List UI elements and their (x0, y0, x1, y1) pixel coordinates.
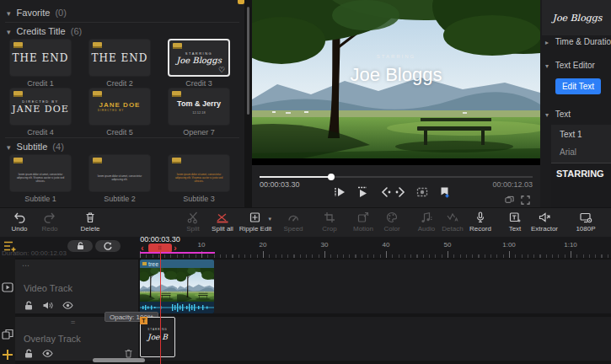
panel-corner-icon[interactable] (238, 0, 244, 4)
video-clip-name: tree (148, 261, 158, 267)
edit-text-button[interactable]: Edit Text (555, 78, 601, 94)
video-preview[interactable]: STARRING Joe Bloggs (252, 0, 540, 165)
template-credit-2[interactable]: THE END (88, 39, 151, 77)
template-subtitle-2[interactable]: lorem ipsum dolor sit amet, consectetur … (88, 154, 151, 192)
divider (5, 22, 239, 23)
template-credit-3-selected[interactable]: STARRING Joe Bloggs ♡ (168, 39, 230, 77)
ruler-label: 1:10 (560, 241, 581, 249)
extractor-button[interactable]: Extractor (525, 211, 564, 233)
microphone-icon (474, 211, 487, 224)
playhead-line[interactable] (160, 252, 161, 364)
text-tool-icon (508, 211, 522, 224)
refresh-thumbnails-button[interactable] (95, 240, 121, 252)
ruler-label: 30 (314, 241, 335, 249)
expand-icon: ▸ (545, 39, 549, 46)
resize-handle-icon[interactable]: ＝ (69, 317, 78, 328)
delete-button[interactable]: Delete (71, 211, 110, 233)
redo-button[interactable]: Redo (30, 211, 69, 233)
template-label: Credit 5 (88, 128, 151, 136)
timeline-header: Duration: 00:00:12.03 00:00:03.30 ‹ ⠿ › … (0, 237, 611, 258)
text-content-field[interactable]: STARRING (551, 163, 611, 207)
preview-overlay-title: Joe Bloggs (252, 64, 540, 86)
pip-view-button[interactable] (505, 195, 514, 205)
collapse-icon: ▾ (545, 62, 549, 70)
text-properties-card: Text 1 Arial STARRING (551, 125, 611, 207)
caret-down-icon: ▾ (268, 216, 271, 222)
video-clip-filmstrip (140, 268, 214, 302)
ripple-edit-button[interactable]: ▾ Ripple Edit (236, 211, 275, 233)
font-select[interactable]: Arial (560, 147, 576, 157)
timeline-tracks: ⋯ Video Track tree (0, 258, 611, 364)
collapse-icon: ▾ (545, 111, 549, 119)
collapse-icon: ▾ (7, 28, 11, 36)
playback-controls: 00:00:03.30 00:00:12.03 (252, 165, 540, 207)
split-all-icon (216, 211, 229, 224)
section-credits-title[interactable]: ▾ Credits Title (6) (7, 26, 82, 36)
horizontal-scrollbar[interactable] (93, 358, 145, 362)
play-to-end-button[interactable] (356, 185, 369, 199)
template-type-badge-icon (93, 42, 102, 48)
seek-handle[interactable] (328, 174, 335, 180)
text-overlay-clip-selected[interactable]: T STARRING Joe B (140, 317, 175, 357)
add-track-icon[interactable] (2, 349, 13, 361)
template-label: Credit 1 (9, 79, 72, 88)
crop-icon (323, 211, 336, 224)
template-label: Subtitle 3 (168, 195, 230, 203)
template-subtitle-3[interactable]: lorem ipsum dolor sit amet, consectetur … (168, 154, 230, 192)
play-button[interactable] (333, 185, 346, 199)
mute-icon[interactable] (42, 300, 53, 311)
selected-template-thumb[interactable]: Joe Bloggs (542, 0, 611, 35)
overlay-track-lane[interactable] (140, 317, 611, 361)
template-library-panel: ▾ Favorite (0) ▾ Credits Title (6) THE E… (0, 0, 244, 207)
lock-icon[interactable] (24, 300, 35, 311)
template-credit-5[interactable]: JANE DOE DIRECTED BY (88, 88, 151, 126)
collapse-icon: ▾ (7, 9, 11, 18)
add-marker-button[interactable] (438, 185, 452, 199)
palette-icon (385, 211, 399, 224)
color-button[interactable]: Color (372, 211, 411, 233)
template-subtitle-1[interactable]: lorem ipsum dolor sit amet, consectetur … (9, 154, 72, 192)
eye-icon[interactable] (42, 348, 53, 359)
divider (5, 137, 239, 138)
template-credit-4[interactable]: DIRECTED BY JANE DOE (9, 88, 72, 126)
drag-dots-icon: ⠿ (158, 246, 163, 251)
video-editor-window: ▾ Favorite (0) ▾ Credits Title (6) THE E… (0, 0, 611, 364)
preview-overlay-starring: STARRING (252, 54, 540, 59)
template-type-badge-icon (13, 91, 23, 97)
render-quality-button[interactable]: 1080P (566, 211, 605, 233)
eye-icon[interactable] (62, 300, 73, 311)
record-button[interactable]: Record (461, 211, 500, 233)
video-clip[interactable]: tree (140, 260, 214, 313)
section-subtitle[interactable]: ▾ Subtitle (4) (7, 142, 64, 152)
ruler-label: 20 (253, 241, 273, 249)
template-label: Subtitle 1 (9, 195, 72, 203)
section-text-editor[interactable]: ▾ Text Editor (545, 61, 595, 70)
collapse-icon: ▾ (7, 143, 11, 152)
lock-track-button[interactable] (67, 240, 93, 252)
previous-frame-button[interactable] (379, 185, 393, 199)
template-label: Credit 2 (88, 79, 151, 88)
fullscreen-button[interactable] (521, 195, 530, 205)
section-favorite[interactable]: ▾ Favorite (0) (7, 8, 67, 18)
video-track-icon (2, 281, 13, 293)
text-clip-badge: T (140, 317, 147, 324)
video-clip-header: tree (140, 260, 214, 268)
snapshot-button[interactable] (415, 185, 429, 199)
track-menu-icon[interactable]: ⋯ (22, 261, 30, 270)
speed-button[interactable]: Speed (274, 211, 313, 233)
template-credit-1[interactable]: THE END (9, 39, 72, 77)
next-frame-button[interactable] (394, 185, 407, 199)
section-text[interactable]: ▾ Text (545, 110, 571, 119)
section-time-duration[interactable]: ▸ Time & Duration 0 (545, 37, 611, 46)
template-opener-7[interactable]: Tom & Jerry 12.12.18 (168, 88, 230, 126)
redo-icon (43, 211, 56, 224)
favorite-heart-icon[interactable]: ♡ (218, 66, 225, 74)
template-type-badge-icon (93, 158, 102, 163)
vertical-scrollbar[interactable] (247, 7, 249, 115)
speed-gauge-icon (287, 211, 300, 224)
ruler-label: 1:00 (499, 241, 519, 249)
lock-icon (77, 242, 84, 250)
monitor-gear-icon (579, 211, 592, 224)
lock-icon[interactable] (24, 348, 35, 359)
text-layer-name[interactable]: Text 1 (560, 130, 582, 139)
